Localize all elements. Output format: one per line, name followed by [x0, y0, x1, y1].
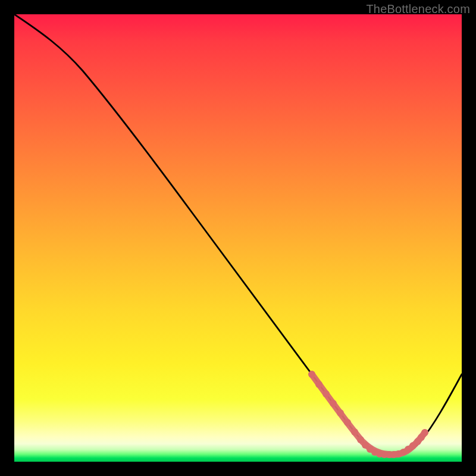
optimal-zone-band — [312, 374, 425, 455]
watermark-text: TheBottleneck.com — [366, 2, 470, 16]
bottleneck-curve-svg — [14, 14, 462, 462]
bottleneck-curve-line — [14, 14, 462, 455]
chart-frame: TheBottleneck.com — [0, 0, 476, 476]
plot-area — [14, 14, 462, 462]
